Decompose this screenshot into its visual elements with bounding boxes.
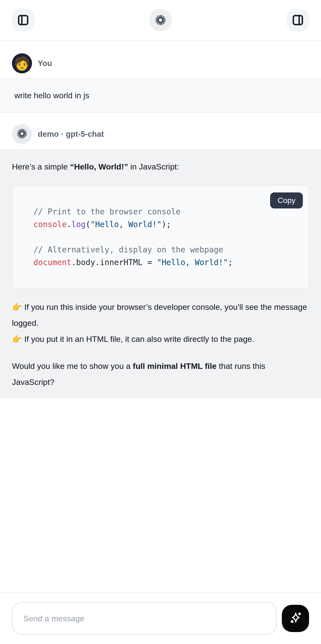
sidebar-toggle-button[interactable] xyxy=(12,9,34,31)
message-input[interactable] xyxy=(12,602,277,635)
starburst-icon xyxy=(155,14,166,26)
composer-bar xyxy=(0,592,321,644)
assistant-message-header: demo · gpt-5-chat xyxy=(0,124,321,144)
code-content: // Print to the browser consoleconsole.l… xyxy=(33,205,297,269)
panel-left-icon xyxy=(17,14,29,26)
assistant-question-paragraph: Would you like me to show you a full min… xyxy=(12,358,309,390)
assistant-avatar xyxy=(12,124,32,144)
top-bar xyxy=(0,0,321,41)
assistant-sender-label: demo · gpt-5-chat xyxy=(38,130,104,139)
assistant-message-bubble: Here’s a simple “Hello, World!” in JavaS… xyxy=(0,149,321,399)
user-sender-label: You xyxy=(38,59,52,68)
panel-right-icon xyxy=(292,14,304,26)
user-message-header: 🧑 You xyxy=(0,53,321,74)
app-logo-button[interactable] xyxy=(149,9,172,31)
user-message-bubble: write hello world in js xyxy=(0,78,321,112)
user-avatar: 🧑 xyxy=(12,53,32,74)
person-emoji: 🧑 xyxy=(14,57,30,70)
assistant-tips-paragraph: 👉 If you run this inside your browser’s … xyxy=(12,299,309,347)
send-button[interactable] xyxy=(282,605,309,632)
assistant-intro-line: Here’s a simple “Hello, World!” in JavaS… xyxy=(12,159,309,175)
user-message-text: write hello world in js xyxy=(14,90,307,100)
starburst-icon xyxy=(17,128,27,140)
chat-scroll-area[interactable]: 🧑 You write hello world in js xyxy=(0,53,321,399)
code-block: Copy // Print to the browser consolecons… xyxy=(12,185,309,289)
copy-button[interactable]: Copy xyxy=(270,192,303,208)
right-panel-toggle-button[interactable] xyxy=(287,9,309,31)
sparkle-icon xyxy=(289,611,302,626)
